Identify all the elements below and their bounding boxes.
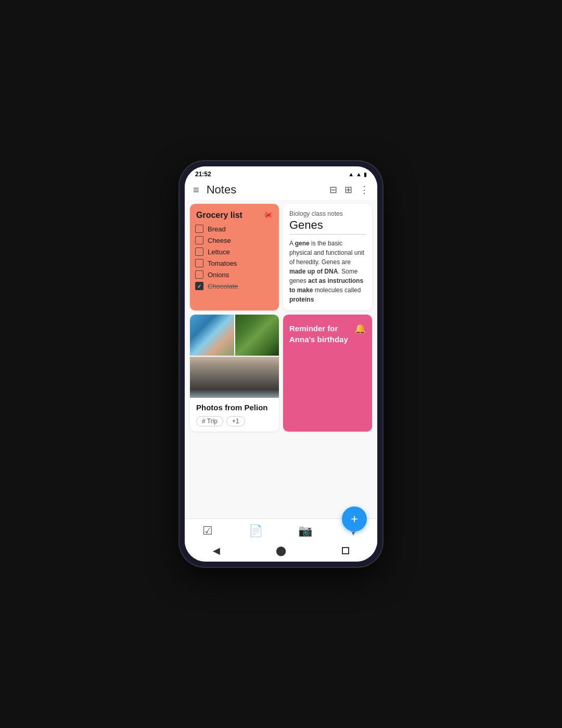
checkbox-onions[interactable] (195, 270, 203, 279)
filter-icon[interactable]: ⊟ (329, 184, 337, 196)
status-time: 21:52 (195, 171, 211, 178)
notes-grid: Grocery list 📌 Bread Cheese (190, 204, 372, 432)
item-label-chocolate: Chocolate (208, 282, 238, 290)
camera-icon[interactable]: 📷 (298, 524, 312, 538)
status-icons: ▲ ▲ ▮ (348, 171, 367, 178)
wifi-icon: ▲ (348, 171, 354, 177)
menu-icon[interactable]: ≡ (193, 184, 199, 196)
list-item: Lettuce (195, 246, 274, 257)
list-item: Onions (195, 269, 274, 280)
reminder-title: Reminder for Anna's birthday (289, 323, 350, 345)
item-label-onions: Onions (208, 271, 229, 279)
app-bar: ≡ Notes ⊟ ⊞ ⋮ (185, 180, 377, 200)
reminder-content: Reminder for Anna's birthday 🔔 (283, 315, 372, 353)
battery-icon: ▮ (364, 171, 367, 178)
signal-icon: ▲ (356, 171, 362, 177)
bio-subtitle: Biology class notes (289, 210, 366, 217)
grocery-card[interactable]: Grocery list 📌 Bread Cheese (190, 204, 279, 310)
item-label-lettuce: Lettuce (208, 248, 230, 256)
fab-button[interactable]: + (342, 506, 367, 531)
main-content: Grocery list 📌 Bread Cheese (185, 200, 377, 518)
view-icon[interactable]: ⊞ (344, 184, 352, 196)
fab-plus-icon: + (351, 513, 358, 525)
photos-card[interactable]: Photos from Pelion # Trip +1 (190, 315, 279, 432)
phone-screen: 21:52 ▲ ▲ ▮ ≡ Notes ⊟ ⊞ ⋮ Groce (185, 166, 377, 562)
home-button[interactable]: ⬤ (276, 545, 286, 556)
tags-container: # Trip +1 (196, 416, 273, 426)
grocery-items: Bread Cheese Lettuce Tomatoes (190, 223, 279, 298)
bio-title: Genes (289, 218, 366, 235)
recents-button[interactable] (342, 547, 349, 554)
photos-title: Photos from Pelion (196, 403, 273, 412)
item-label-bread: Bread (208, 225, 226, 233)
toolbar-icons: ⊟ ⊞ ⋮ (329, 184, 369, 196)
checkbox-lettuce[interactable] (195, 248, 203, 256)
list-item: Chocolate (195, 280, 274, 292)
list-item: Cheese (195, 235, 274, 246)
photo-trees (235, 315, 279, 356)
list-item: Bread (195, 223, 274, 235)
checkbox-chocolate[interactable] (195, 282, 203, 290)
photo-beach (190, 315, 234, 356)
pin-icon: 📌 (260, 208, 275, 223)
grocery-header: Grocery list 📌 (190, 204, 279, 223)
grocery-title: Grocery list (196, 211, 242, 220)
status-bar: 21:52 ▲ ▲ ▮ (185, 166, 377, 180)
checkbox-tomatoes[interactable] (195, 259, 203, 267)
item-label-cheese: Cheese (208, 237, 231, 244)
android-nav: ◀ ⬤ (185, 542, 377, 562)
item-label-tomatoes: Tomatoes (208, 259, 237, 267)
bell-icon: 🔔 (354, 323, 366, 334)
checkbox-bread[interactable] (195, 225, 203, 233)
app-title: Notes (207, 183, 329, 197)
biology-content: Biology class notes Genes A gene is the … (283, 204, 372, 310)
checkbox-cheese[interactable] (195, 236, 203, 244)
tag-trip[interactable]: # Trip (196, 416, 223, 426)
back-button[interactable]: ◀ (213, 545, 220, 556)
photo-rocks (190, 357, 279, 398)
photos-images (190, 315, 279, 398)
list-item: Tomatoes (195, 257, 274, 269)
bio-text: A gene is the basic physical and functio… (289, 239, 366, 304)
tag-more[interactable]: +1 (226, 416, 245, 426)
reminder-card[interactable]: Reminder for Anna's birthday 🔔 (283, 315, 372, 432)
checklist-icon[interactable]: ☑ (202, 524, 213, 538)
bottom-nav: ☑ 📄 📷 🎙 + (185, 518, 377, 542)
phone-frame: 21:52 ▲ ▲ ▮ ≡ Notes ⊟ ⊞ ⋮ Groce (180, 161, 382, 567)
photos-footer: Photos from Pelion # Trip +1 (190, 398, 279, 432)
note-icon[interactable]: 📄 (249, 524, 263, 538)
more-icon[interactable]: ⋮ (360, 184, 369, 196)
biology-card[interactable]: Biology class notes Genes A gene is the … (283, 204, 372, 310)
